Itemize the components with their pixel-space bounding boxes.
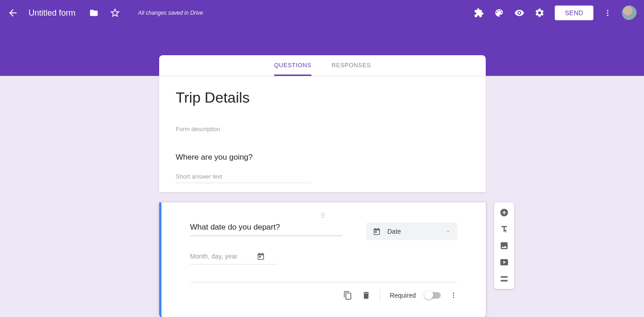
preview-icon[interactable]	[514, 8, 524, 18]
save-status: All changes saved in Drive	[138, 10, 203, 16]
folder-icon[interactable]	[89, 8, 98, 17]
svg-point-0	[607, 10, 609, 11]
delete-icon[interactable]	[362, 291, 371, 300]
star-icon[interactable]	[110, 8, 120, 17]
svg-point-2	[607, 15, 609, 16]
question-1-title[interactable]: Where are you going?	[176, 153, 469, 162]
required-label: Required	[390, 292, 416, 299]
svg-point-5	[453, 297, 454, 298]
date-placeholder-text: Month, day, year	[190, 253, 237, 260]
caret-down-icon	[445, 229, 451, 234]
send-button[interactable]: SEND	[555, 6, 593, 20]
question-1-answer-placeholder: Short answer text	[176, 173, 310, 183]
question-2-selected[interactable]: ⠿ Date Month, day, year Required	[159, 202, 486, 317]
required-toggle[interactable]	[425, 292, 441, 299]
tab-questions[interactable]: QUESTIONS	[274, 55, 311, 76]
form-description[interactable]: Form description	[176, 126, 469, 133]
question-footer: Required	[190, 282, 457, 302]
drag-handle-icon[interactable]: ⠿	[178, 213, 469, 218]
add-question-icon[interactable]	[500, 208, 509, 217]
form-title[interactable]: Trip Details	[176, 89, 469, 106]
question-more-icon[interactable]	[450, 291, 457, 300]
question-1[interactable]: Where are you going? Short answer text	[159, 143, 486, 192]
question-edit-row: Date	[190, 223, 457, 240]
svg-point-3	[453, 293, 454, 294]
date-answer-placeholder: Month, day, year	[190, 252, 277, 265]
question-type-selector[interactable]: Date	[366, 223, 457, 240]
tab-responses[interactable]: RESPONSES	[332, 55, 371, 76]
question-title-input[interactable]	[190, 223, 342, 236]
document-title[interactable]: Untitled form	[29, 8, 75, 18]
back-icon[interactable]	[7, 7, 18, 18]
calendar-icon	[373, 227, 381, 236]
settings-icon[interactable]	[535, 8, 545, 18]
form-card: QUESTIONS RESPONSES Trip Details Form de…	[159, 55, 486, 192]
add-image-icon[interactable]	[500, 241, 509, 250]
side-toolbar	[494, 202, 514, 289]
svg-point-1	[607, 12, 609, 14]
add-section-icon[interactable]	[500, 274, 509, 283]
duplicate-icon[interactable]	[343, 291, 352, 300]
tabs: QUESTIONS RESPONSES	[159, 55, 486, 76]
add-title-icon[interactable]	[500, 225, 509, 234]
svg-point-4	[453, 295, 454, 296]
header-bar: Untitled form All changes saved in Drive…	[0, 0, 644, 26]
divider	[380, 289, 380, 302]
question-type-label: Date	[387, 228, 445, 235]
calendar-inline-icon	[257, 252, 265, 260]
avatar[interactable]	[622, 6, 637, 20]
form-header-block[interactable]: Trip Details Form description	[159, 76, 486, 143]
more-icon[interactable]	[604, 8, 612, 18]
header-left: Untitled form All changes saved in Drive	[7, 7, 203, 18]
header-right: SEND	[474, 6, 637, 20]
palette-icon[interactable]	[494, 8, 504, 18]
addons-icon[interactable]	[474, 8, 484, 18]
add-video-icon[interactable]	[500, 258, 509, 267]
